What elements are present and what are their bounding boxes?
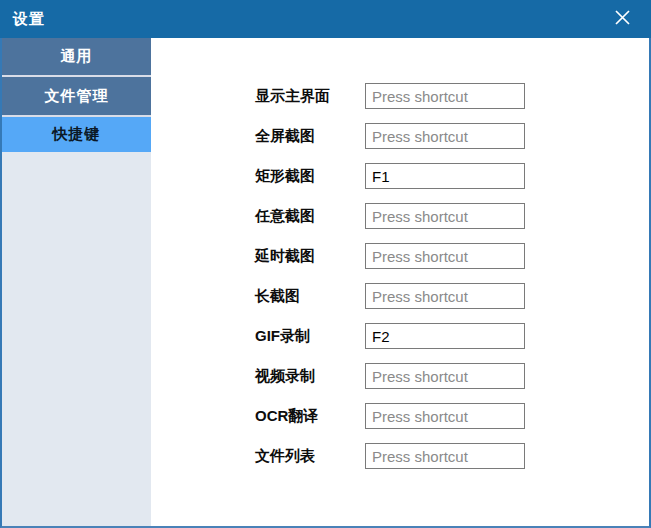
shortcut-input[interactable] xyxy=(365,323,525,349)
content-area: 通用 文件管理 快捷键 显示主界面 全屏截图 xyxy=(0,38,651,528)
window-title: 设置 xyxy=(13,10,45,29)
tab-label: 文件管理 xyxy=(45,87,109,106)
shortcut-input[interactable] xyxy=(365,163,525,189)
shortcut-label: 长截图 xyxy=(255,287,365,306)
sidebar-tab-shortcuts[interactable]: 快捷键 xyxy=(2,117,151,152)
shortcut-row: 显示主界面 xyxy=(151,76,649,116)
shortcut-label: 显示主界面 xyxy=(255,87,365,106)
shortcut-row: 全屏截图 xyxy=(151,116,649,156)
shortcut-row: 任意截图 xyxy=(151,196,649,236)
shortcut-row: 长截图 xyxy=(151,276,649,316)
shortcut-input[interactable] xyxy=(365,83,525,109)
shortcut-row: 延时截图 xyxy=(151,236,649,276)
shortcut-row: GIF录制 xyxy=(151,316,649,356)
shortcut-label: OCR翻译 xyxy=(255,407,365,426)
shortcut-label: 延时截图 xyxy=(255,247,365,266)
shortcut-row: 文件列表 xyxy=(151,436,649,476)
shortcut-input[interactable] xyxy=(365,123,525,149)
shortcut-label: 任意截图 xyxy=(255,207,365,226)
shortcut-label: 文件列表 xyxy=(255,447,365,466)
close-icon xyxy=(614,9,631,29)
shortcut-input[interactable] xyxy=(365,363,525,389)
sidebar: 通用 文件管理 快捷键 xyxy=(2,38,151,526)
sidebar-tab-file-management[interactable]: 文件管理 xyxy=(2,77,151,117)
shortcut-row: 视频录制 xyxy=(151,356,649,396)
settings-window: 设置 通用 文件管理 快捷键 显示主界面 xyxy=(0,0,651,528)
titlebar: 设置 xyxy=(0,0,651,38)
shortcut-input[interactable] xyxy=(365,403,525,429)
sidebar-tab-general[interactable]: 通用 xyxy=(2,38,151,77)
shortcut-input[interactable] xyxy=(365,443,525,469)
close-button[interactable] xyxy=(605,4,639,34)
shortcut-input[interactable] xyxy=(365,243,525,269)
shortcut-label: 全屏截图 xyxy=(255,127,365,146)
tab-label: 通用 xyxy=(61,47,93,66)
shortcut-row: OCR翻译 xyxy=(151,396,649,436)
shortcut-label: 视频录制 xyxy=(255,367,365,386)
shortcut-label: GIF录制 xyxy=(255,327,365,346)
shortcut-input[interactable] xyxy=(365,203,525,229)
shortcut-label: 矩形截图 xyxy=(255,167,365,186)
tab-label: 快捷键 xyxy=(53,125,101,144)
shortcut-row: 矩形截图 xyxy=(151,156,649,196)
shortcut-input[interactable] xyxy=(365,283,525,309)
shortcut-form: 显示主界面 全屏截图 矩形截图 任意截图 xyxy=(151,38,649,526)
